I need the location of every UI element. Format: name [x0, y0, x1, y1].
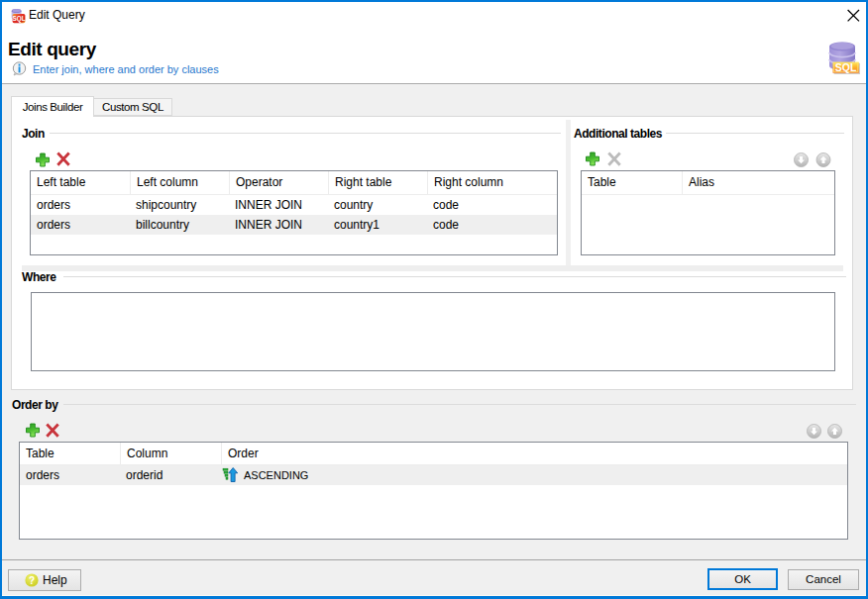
svg-text:SQL: SQL — [835, 61, 857, 73]
svg-text:SQL: SQL — [12, 15, 25, 23]
svg-text:?: ? — [29, 575, 35, 586]
